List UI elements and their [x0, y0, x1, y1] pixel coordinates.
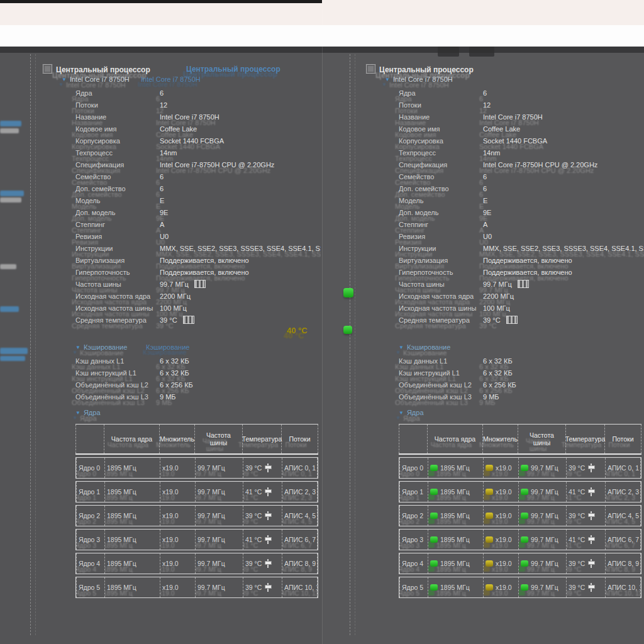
field-value: Поддерживается, включено: [483, 269, 572, 276]
field-value: 39 °C: [160, 316, 177, 324]
window-edge-right: [350, 54, 355, 635]
core-name: Ядро 2: [76, 506, 105, 526]
field-row: Инструкции MMX, SSE, SSE2, SSE3, SSSE3, …: [40, 242, 321, 254]
section-cores[interactable]: ▼Ядра: [40, 409, 321, 420]
temperature-slider-icon: [588, 583, 594, 592]
core-multiplier: x19.0: [496, 464, 512, 472]
core-threads: АПИС 0, 1: [282, 458, 318, 478]
field-label: Ядра: [399, 89, 483, 97]
header-temperature: Температура: [566, 425, 605, 453]
field-label: Объединённый кэш L2: [75, 381, 160, 389]
window-edge-left: [30, 54, 36, 635]
core-bus: 99.7 МГц: [197, 536, 225, 543]
temperature-slider-icon: [588, 511, 594, 520]
section-cache[interactable]: ▼Кэширование Кэширование: [40, 343, 321, 355]
field-value: 99.7 МГц: [160, 280, 189, 288]
field-value: MMX, SSE, SSE2, SSE3, SSSE3, SSE4, SSE4.…: [160, 245, 321, 252]
field-row: Потоки 12: [364, 99, 644, 111]
green-status-icon: [521, 513, 528, 519]
green-status-icon: [430, 513, 438, 519]
core-speed-cell: 1895 МГц: [428, 577, 484, 597]
field-label: Инструкции: [399, 245, 483, 252]
field-value: 2200 МГц: [160, 292, 191, 300]
collapse-arrow-icon[interactable]: ▼: [62, 77, 67, 82]
core-multiplier-cell: x19.0: [484, 506, 519, 526]
yellow-status-icon: [486, 489, 493, 495]
field-label: Кэш инструкций L1: [75, 369, 160, 377]
green-status-icon: [430, 560, 438, 567]
cpu-name-link[interactable]: Intel Core i7 8750H: [70, 75, 130, 83]
field-label: Исходная частота ядра: [75, 292, 160, 300]
field-label: Кэш данных L1: [399, 357, 483, 365]
cpu-panel-left: Центральный процессор Центральный процес…: [40, 55, 321, 636]
field-label: Модель: [399, 197, 483, 204]
core-bus-cell: 99.7 МГц: [519, 530, 567, 550]
field-row: Объединённый кэш L3 9 МБ: [364, 391, 644, 402]
core-name: Ядро 2: [399, 506, 428, 526]
field-label: Ядра: [75, 89, 160, 97]
field-label: Степпинг: [399, 221, 483, 228]
section-title: Кэширование: [407, 343, 450, 351]
field-value: 6 x 32 КБ: [160, 357, 189, 365]
field-row: Инструкции MMX, SSE, SSE2, SSE3, SSSE3, …: [364, 242, 644, 254]
field-label: Техпроцесс: [75, 149, 160, 157]
field-label: Модель: [75, 197, 160, 204]
field-row: Потоки 12: [40, 99, 321, 111]
core-bus-cell: 99.7 МГц: [196, 506, 243, 526]
core-threads: АПИС 8, 9: [606, 553, 641, 574]
field-label: Доп. семейство: [399, 185, 483, 192]
section-cache[interactable]: ▼Кэширование: [364, 343, 644, 355]
meter-icon: [506, 316, 518, 324]
collapse-arrow-icon[interactable]: ▼: [399, 345, 404, 350]
core-temperature-cell: 39 °C: [567, 577, 606, 597]
field-row: Модель E: [364, 194, 644, 206]
temperature-slider-icon: [265, 487, 271, 496]
collapse-arrow-icon[interactable]: ▼: [399, 410, 404, 416]
core-row: Ядро 1 1895 МГц x19.0 99.7 МГц 41 °C АПИ…: [399, 481, 641, 502]
header-threads: Потоки: [605, 425, 641, 453]
cpu-field-list-stock: Исходная частота ядра 2200 МГц Исходная …: [364, 290, 644, 314]
field-value: 12: [483, 101, 491, 109]
field-value: Socket 1440 FCBGA: [483, 137, 547, 145]
sidebar-fragment: [0, 191, 24, 196]
core-row: Ядро 0 1895 МГц x19.0 99.7 МГц 39 °C АПИ…: [399, 457, 641, 479]
core-temperature-cell: 39 °C: [243, 553, 282, 574]
field-row: Доп. семейство 6: [364, 182, 644, 194]
header-core: [75, 425, 104, 453]
green-status-icon: [430, 489, 438, 495]
core-bus: 99.7 МГц: [197, 488, 225, 496]
field-value: 6: [160, 185, 164, 192]
core-bus: 99.7 МГц: [197, 560, 225, 567]
core-bus-cell: 99.7 МГц: [519, 553, 567, 574]
header-multiplier: Множитель: [483, 425, 518, 453]
core-name: Ядро 5: [399, 577, 428, 597]
header-multiplier: Множитель: [160, 425, 195, 453]
cpu-name-link[interactable]: Intel Core i7 8750H: [393, 75, 453, 83]
header-core: [399, 425, 428, 453]
field-value: 39 °C: [483, 316, 501, 324]
core-speed-cell: 1895 МГц: [428, 530, 484, 550]
core-speed: 1895 МГц: [440, 536, 470, 543]
section-title-ghost: Кэширование: [146, 343, 189, 351]
section-title: Кэширование: [84, 343, 127, 351]
section-cores[interactable]: ▼Ядра: [364, 409, 644, 420]
field-label: Техпроцесс: [399, 149, 483, 157]
core-threads: АПИС 10, 11: [282, 577, 318, 597]
field-row: Виртуализация Поддерживается, включено: [364, 254, 644, 266]
core-speed: 1895 МГц: [107, 488, 136, 496]
core-name: Ядро 4: [76, 553, 105, 574]
collapse-arrow-icon[interactable]: ▼: [75, 345, 80, 350]
core-temperature-cell: 39 °C: [243, 506, 282, 526]
header-core-speed: Частота ядра: [104, 425, 160, 453]
field-row: Доп. семейство 6: [40, 182, 321, 194]
collapse-arrow-icon[interactable]: ▼: [75, 410, 80, 416]
core-multiplier-cell: x19.0: [160, 458, 196, 478]
core-bus: 99.7 МГц: [197, 464, 225, 472]
core-row: Ядро 1 1895 МГц x19.0 99.7 МГц 41 °C АПИ…: [75, 481, 318, 502]
core-bus-cell: 99.7 МГц: [196, 482, 243, 502]
sidebar-fragment: [0, 264, 16, 269]
core-multiplier: x19.0: [162, 584, 179, 591]
core-temperature-cell: 39 °C: [243, 577, 282, 597]
collapse-arrow-icon[interactable]: ▼: [385, 77, 390, 82]
cache-field-list: Кэш данных L1 6 x 32 КБ Кэш инструкций L…: [364, 355, 644, 402]
